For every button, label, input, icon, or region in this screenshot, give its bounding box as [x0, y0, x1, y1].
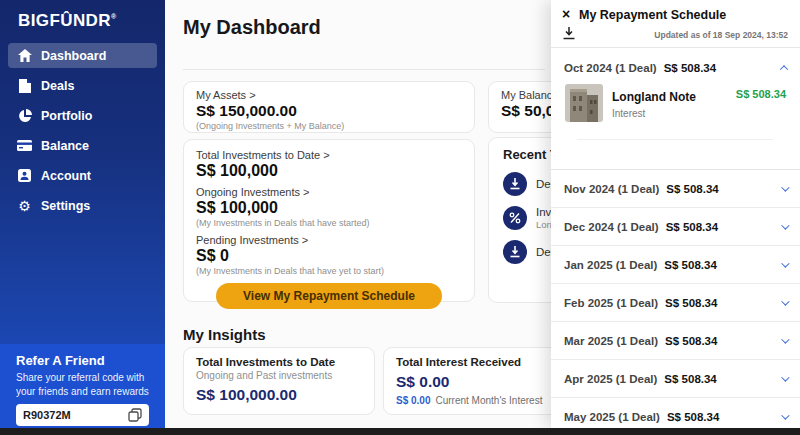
repayment-month-list: Nov 2024 (1 Deal) S$ 508.34 Dec 2024 (1 … — [551, 169, 800, 435]
month-amount: S$ 508.34 — [664, 259, 716, 271]
app-window: BIGFÛNDR® Dashboard Deals Portfolio — [0, 0, 800, 435]
chevron-up-icon[interactable] — [780, 65, 788, 73]
repayment-month-row-expanded[interactable]: Oct 2024 (1 Deal) S$ 508.34 — [551, 56, 800, 80]
refer-a-friend-section: Refer A Friend Share your referral code … — [0, 344, 165, 428]
referral-code-box — [16, 404, 149, 426]
insights-title: My Insights — [183, 326, 266, 343]
pending-investments-value: S$ 0 — [196, 247, 462, 265]
insight-card-value: S$ 100,000.00 — [196, 386, 362, 404]
ongoing-investments-note: (My Investments in Deals that have start… — [196, 218, 462, 228]
bottom-bar — [0, 428, 800, 435]
month-amount: S$ 508.34 — [667, 411, 719, 423]
month-label: Dec 2024 (1 Deal) — [564, 221, 659, 233]
page-title: My Dashboard — [183, 16, 321, 39]
pie-chart-icon — [17, 108, 32, 123]
sidebar-item-dashboard[interactable]: Dashboard — [8, 43, 157, 68]
sidebar-item-label: Dashboard — [41, 49, 106, 63]
month-amount: S$ 508.34 — [665, 297, 717, 309]
chevron-down-icon[interactable] — [781, 373, 789, 381]
chevron-down-icon[interactable] — [781, 335, 789, 343]
refer-description: Share your referral code with your frien… — [16, 371, 149, 398]
sidebar-item-label: Account — [41, 169, 91, 183]
logo-trademark: ® — [111, 13, 117, 20]
chevron-down-icon[interactable] — [781, 183, 789, 191]
total-investments-value: S$ 100,000 — [196, 162, 462, 180]
my-assets-value: S$ 150,000.00 — [196, 102, 462, 120]
panel-title: My Repayment Schedule — [579, 8, 726, 22]
insight-card-subtitle: Ongoing and Past investments — [196, 370, 362, 381]
sidebar-item-label: Balance — [41, 139, 89, 153]
current-month-interest-value: S$ 0.00 — [396, 395, 430, 406]
month-label: Nov 2024 (1 Deal) — [564, 183, 659, 195]
updated-timestamp: Updated as of 18 Sep 2024, 13:52 — [654, 30, 788, 40]
deal-row[interactable]: Longland Note Interest S$ 508.34 — [565, 84, 786, 122]
month-amount: S$ 508.34 — [666, 183, 718, 195]
pending-investments-label[interactable]: Pending Investments > — [196, 234, 462, 246]
download-icon[interactable] — [562, 26, 576, 40]
referral-code-input[interactable] — [23, 409, 128, 421]
copy-icon[interactable] — [128, 408, 142, 422]
repayment-schedule-panel: × My Repayment Schedule Updated as of 18… — [551, 0, 800, 428]
file-icon — [17, 78, 32, 93]
chevron-down-icon[interactable] — [781, 411, 789, 419]
ongoing-investments-group: Ongoing Investments > S$ 100,000 (My Inv… — [196, 186, 462, 228]
month-label: Oct 2024 (1 Deal) — [564, 62, 657, 74]
investments-card: Total Investments to Date > S$ 100,000 O… — [183, 139, 475, 302]
my-assets-card[interactable]: My Assets > S$ 150,000.00 (Ongoing Inves… — [183, 81, 475, 133]
repayment-month-row[interactable]: Feb 2025 (1 Deal) S$ 508.34 — [551, 283, 800, 321]
sidebar-item-label: Portfolio — [41, 109, 92, 123]
panel-divider — [551, 47, 800, 48]
pending-investments-group: Pending Investments > S$ 0 (My Investmen… — [196, 234, 462, 276]
gear-icon: ⚙ — [17, 198, 32, 213]
insight-card-title: Total Investments to Date — [196, 356, 362, 368]
my-assets-label[interactable]: My Assets > — [196, 89, 462, 101]
refer-title: Refer A Friend — [16, 353, 149, 368]
view-repayment-schedule-button[interactable]: View My Repayment Schedule — [216, 283, 442, 309]
sidebar-nav: Dashboard Deals Portfolio Balance — [0, 43, 165, 218]
home-icon — [17, 48, 32, 63]
ongoing-investments-label[interactable]: Ongoing Investments > — [196, 186, 462, 198]
brand-logo: BIGFÛNDR® — [0, 0, 165, 31]
sidebar-item-settings[interactable]: ⚙ Settings — [8, 193, 157, 218]
user-icon — [17, 168, 32, 183]
sidebar: BIGFÛNDR® Dashboard Deals Portfolio — [0, 0, 165, 428]
repayment-month-row[interactable]: Nov 2024 (1 Deal) S$ 508.34 — [551, 169, 800, 207]
my-assets-note: (Ongoing Investments + My Balance) — [196, 121, 462, 131]
deal-divider — [577, 139, 773, 140]
chevron-down-icon[interactable] — [781, 221, 789, 229]
chevron-down-icon[interactable] — [781, 297, 789, 305]
repayment-month-row[interactable]: Dec 2024 (1 Deal) S$ 508.34 — [551, 207, 800, 245]
sidebar-item-portfolio[interactable]: Portfolio — [8, 103, 157, 128]
month-amount: S$ 508.34 — [664, 373, 716, 385]
sidebar-item-deals[interactable]: Deals — [8, 73, 157, 98]
total-investments-label[interactable]: Total Investments to Date > — [196, 149, 462, 161]
month-label: Apr 2025 (1 Deal) — [564, 373, 657, 385]
month-label: Mar 2025 (1 Deal) — [564, 335, 658, 347]
deposit-icon — [503, 240, 527, 264]
month-amount: S$ 508.34 — [665, 335, 717, 347]
chevron-down-icon[interactable] — [781, 259, 789, 267]
ongoing-investments-value: S$ 100,000 — [196, 199, 462, 217]
deal-name: Longland Note — [612, 90, 696, 104]
investment-icon — [503, 206, 527, 230]
repayment-month-row[interactable]: Apr 2025 (1 Deal) S$ 508.34 — [551, 359, 800, 397]
deal-amount: S$ 508.34 — [736, 84, 786, 122]
sidebar-item-balance[interactable]: Balance — [8, 133, 157, 158]
sidebar-item-account[interactable]: Account — [8, 163, 157, 188]
month-amount: S$ 508.34 — [664, 62, 716, 74]
deposit-icon — [503, 172, 527, 196]
sidebar-item-label: Deals — [41, 79, 74, 93]
month-label: Feb 2025 (1 Deal) — [564, 297, 658, 309]
pending-investments-note: (My Investments in Deals that have yet t… — [196, 266, 462, 276]
close-icon[interactable]: × — [562, 6, 570, 23]
month-amount: S$ 508.34 — [666, 221, 718, 233]
header-divider — [183, 69, 545, 70]
repayment-month-row[interactable]: Mar 2025 (1 Deal) S$ 508.34 — [551, 321, 800, 359]
deal-thumbnail-image — [565, 84, 603, 122]
card-icon — [17, 138, 32, 153]
insight-total-investments-card: Total Investments to Date Ongoing and Pa… — [183, 347, 375, 415]
current-month-interest-label: Current Month's Interest — [435, 395, 542, 406]
sidebar-item-label: Settings — [41, 199, 90, 213]
repayment-month-row[interactable]: Jan 2025 (1 Deal) S$ 508.34 — [551, 245, 800, 283]
month-label: Jan 2025 (1 Deal) — [564, 259, 657, 271]
